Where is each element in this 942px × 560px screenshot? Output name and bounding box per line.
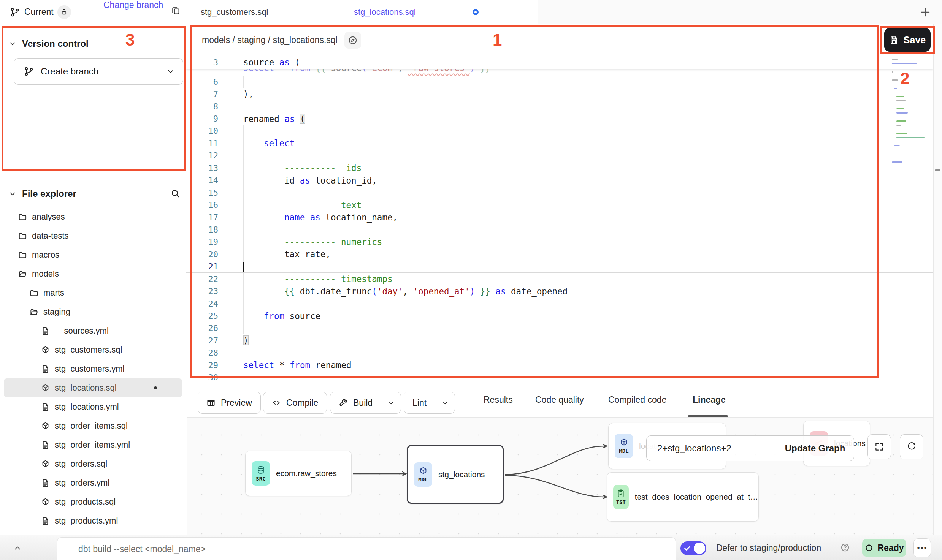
lineage-selector-input[interactable]: 2+stg_locations+2 [647, 436, 776, 461]
compile-button[interactable]: Compile [263, 392, 327, 414]
code-line-3[interactable]: 3 source as ( [186, 56, 933, 68]
file-label: analyses [32, 212, 65, 222]
tab-code-quality[interactable]: Code quality [535, 395, 584, 405]
file-item-stg-order-items-yml[interactable]: stg_order_items.yml [4, 435, 182, 454]
file-explorer-header[interactable]: File explorer [8, 188, 76, 199]
code-line-23[interactable]: 23 {{ dbt.date_trunc('day', 'opened_at')… [186, 285, 933, 297]
code-line-8[interactable]: 8 [186, 100, 933, 112]
build-button[interactable]: Build [330, 392, 401, 414]
file-item-models[interactable]: models [4, 264, 182, 283]
tab-compiled-code[interactable]: Compiled code [608, 395, 666, 405]
code-line-22[interactable]: 22 ---------- timestamps [186, 273, 933, 285]
new-tab-button[interactable] [916, 3, 934, 21]
code-line-29[interactable]: 29 select * from renamed [186, 359, 933, 371]
command-input[interactable]: dbt build --select <model_name> [57, 537, 676, 560]
file-item-stg-customers-sql[interactable]: stg_customers.sql [4, 340, 182, 359]
code-line-10[interactable]: 10 [186, 125, 933, 137]
defer-label: Defer to staging/production [716, 543, 821, 553]
code-line-18[interactable]: 18 [186, 223, 933, 236]
copy-icon[interactable] [171, 6, 181, 16]
code-line-11[interactable]: 11 select [186, 137, 933, 149]
lint-button[interactable]: Lint [404, 392, 455, 414]
file-icon [41, 441, 50, 449]
preview-button[interactable]: Preview [198, 392, 261, 414]
save-button[interactable]: Save [884, 28, 931, 52]
help-icon[interactable] [840, 543, 850, 552]
version-control-title: Version control [22, 38, 89, 49]
code-line-19[interactable]: 19 ---------- numerics [186, 236, 933, 248]
file-item-stg-products-sql[interactable]: stg_products.sql [4, 492, 182, 511]
tab-lineage[interactable]: Lineage [693, 395, 726, 405]
file-item-stg-customers-yml[interactable]: stg_customers.yml [4, 359, 182, 378]
search-icon[interactable] [170, 188, 180, 198]
build-dropdown[interactable] [381, 392, 401, 413]
file-item-stg-locations-yml[interactable]: stg_locations.yml [4, 397, 182, 416]
editor-minimap[interactable] [890, 59, 927, 177]
node-label: ecom.raw_stores [276, 469, 337, 478]
file-item-staging[interactable]: staging [4, 302, 182, 321]
breadcrumb: models / staging / stg_locations.sql [202, 35, 338, 45]
top-bar: Current Change branch stg_customers.sql … [0, 0, 942, 24]
lineage-node-source[interactable]: SRC ecom.raw_stores [245, 451, 352, 496]
file-label: stg_products.yml [55, 516, 118, 526]
lineage-node-model[interactable]: MDL stg_locations [407, 445, 504, 504]
compile-label: Compile [286, 398, 318, 408]
create-branch-dropdown[interactable] [158, 59, 183, 84]
code-line-28[interactable]: 28 [186, 347, 933, 359]
code-line-17[interactable]: 17 name as location_name, [186, 211, 933, 223]
file-item-stg-locations-sql[interactable]: stg_locations.sql [4, 378, 182, 397]
command-bar-expand-button[interactable] [9, 541, 26, 556]
file-item-stg-products-yml[interactable]: stg_products.yml [4, 511, 182, 530]
code-line-16[interactable]: 16 ---------- text [186, 199, 933, 211]
file-item-marts[interactable]: marts [4, 283, 182, 302]
file-item-data-tests[interactable]: data-tests [4, 226, 182, 245]
copilot-compass-button[interactable] [344, 32, 361, 49]
text-cursor [243, 262, 244, 272]
code-line-15[interactable]: 15 [186, 187, 933, 199]
file-item-analyses[interactable]: analyses [4, 207, 182, 226]
version-control-header[interactable]: Version control [8, 38, 89, 49]
more-options-button[interactable]: ••• [913, 538, 931, 557]
line-number: 25 [186, 311, 228, 321]
file-item-stg-orders-yml[interactable]: stg_orders.yml [4, 473, 182, 492]
file-item-stg-orders-sql[interactable]: stg_orders.sql [4, 454, 182, 473]
update-graph-button[interactable]: Update Graph [776, 436, 854, 461]
code-line-24[interactable]: 24 [186, 297, 933, 310]
code-line-12[interactable]: 12 [186, 150, 933, 162]
folder-icon [18, 232, 27, 240]
code-line-7[interactable]: 7 ), [186, 88, 933, 100]
create-branch-button[interactable]: Create branch [14, 58, 183, 85]
code-line-20[interactable]: 20 tax_rate, [186, 248, 933, 260]
change-branch-link[interactable]: Change branch [103, 0, 163, 10]
lineage-canvas[interactable]: SRC ecom.raw_stores MDL stg_locations MD… [187, 417, 933, 535]
dbt-cloud-ide: Current Change branch stg_customers.sql … [0, 0, 942, 560]
code-line-21[interactable]: 21 [186, 261, 933, 273]
file-item-macros[interactable]: macros [4, 245, 182, 264]
refresh-button[interactable] [900, 434, 923, 459]
wrench-icon [339, 398, 348, 407]
code-line-26[interactable]: 26 [186, 322, 933, 334]
right-rail-handle[interactable] [935, 169, 940, 171]
file-label: macros [32, 250, 59, 260]
code-line-27[interactable]: 27 ) [186, 334, 933, 346]
code-line-14[interactable]: 14 id as location_id, [186, 174, 933, 187]
code-line-30[interactable]: 30 [186, 372, 933, 383]
cube-icon [41, 346, 50, 354]
tab-stg-locations[interactable]: stg_locations.sql [344, 0, 538, 24]
lineage-node-test[interactable]: TST test_does_location_opened_at_trunc_t… [607, 472, 759, 522]
code-line-13[interactable]: 13 ---------- ids [186, 162, 933, 174]
code-line-9[interactable]: 9 renamed as ( [186, 112, 933, 125]
defer-toggle[interactable] [680, 541, 706, 555]
lint-label: Lint [412, 398, 427, 408]
file-item-stg-order-items-sql[interactable]: stg_order_items.sql [4, 416, 182, 435]
branch-lock-badge [57, 5, 71, 19]
fullscreen-button[interactable] [867, 434, 891, 459]
tab-results[interactable]: Results [484, 395, 513, 405]
chevron-down-icon [167, 67, 175, 76]
code-line-6[interactable]: 6 [186, 76, 933, 88]
tab-stg-customers[interactable]: stg_customers.sql [189, 0, 344, 24]
lint-dropdown[interactable] [435, 392, 455, 413]
code-editor[interactable]: select * from {{ source('ecom', 'raw_sto… [186, 56, 933, 383]
code-line-25[interactable]: 25 from source [186, 310, 933, 322]
file-item--sources-yml[interactable]: __sources.yml [4, 321, 182, 340]
